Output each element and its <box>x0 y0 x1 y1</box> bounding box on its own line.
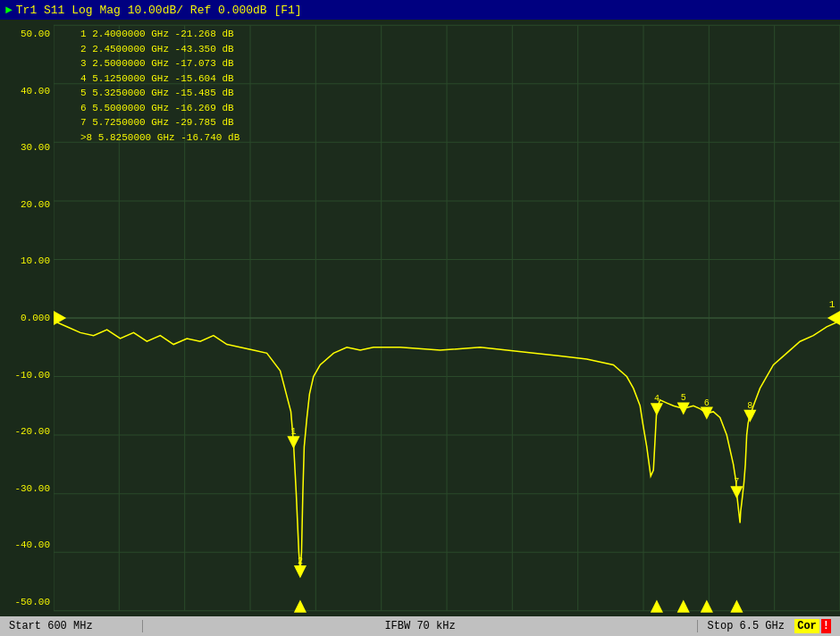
y-axis-label: -40.00 <box>0 540 50 550</box>
marker-row: 3 2.5000000 GHz -17.073 dB <box>80 56 239 71</box>
excl-badge: ! <box>821 619 831 633</box>
status-ifbw: IFBW 70 kHz <box>143 620 697 632</box>
y-axis-label: -10.00 <box>0 370 50 381</box>
marker-table: 1 2.4000000 GHz -21.268 dB 2 2.4500000 G… <box>80 27 239 145</box>
status-ifbw-label: IFBW 70 kHz <box>384 620 455 632</box>
y-axis-label: 0.000 <box>0 313 50 323</box>
chart-area: 50.0040.0030.0020.0010.000.000-10.00-20.… <box>0 20 840 616</box>
y-axis-label: 20.00 <box>0 199 50 210</box>
y-axis-label: 30.00 <box>0 142 50 153</box>
marker-row: 5 5.3250000 GHz -15.485 dB <box>80 86 239 101</box>
title-text: Tr1 S11 Log Mag 10.00dB/ Ref 0.000dB [F1… <box>16 4 302 17</box>
svg-text:6: 6 <box>704 398 710 408</box>
y-axis-label: -50.00 <box>0 597 50 607</box>
main-container: ► Tr1 S11 Log Mag 10.00dB/ Ref 0.000dB [… <box>0 0 840 636</box>
svg-text:8: 8 <box>747 401 752 411</box>
svg-text:1: 1 <box>290 427 296 437</box>
cor-badge: Cor <box>794 619 819 633</box>
y-axis-label: 50.00 <box>0 29 50 39</box>
y-axis-label: -30.00 <box>0 483 50 494</box>
marker-row: 7 5.7250000 GHz -29.785 dB <box>80 115 239 130</box>
svg-text:2: 2 <box>298 556 303 566</box>
plot-container: 1 2.4000000 GHz -21.268 dB 2 2.4500000 G… <box>54 20 840 616</box>
svg-text:4: 4 <box>654 394 659 404</box>
y-axis-label: 10.00 <box>0 255 50 266</box>
marker-row: 6 5.5000000 GHz -16.269 dB <box>80 101 239 116</box>
svg-text:7: 7 <box>734 477 739 487</box>
play-icon: ► <box>5 4 13 17</box>
marker-row: 1 2.4000000 GHz -21.268 dB <box>80 27 239 42</box>
status-start: Start 600 MHz <box>0 620 143 632</box>
y-axis-labels: 50.0040.0030.0020.0010.000.000-10.00-20.… <box>0 20 54 616</box>
status-start-label: Start 600 MHz <box>9 620 93 632</box>
marker-row: 2 2.4500000 GHz -43.350 dB <box>80 42 239 57</box>
y-axis-label: 40.00 <box>0 86 50 96</box>
y-axis-label: -20.00 <box>0 426 50 437</box>
svg-text:5: 5 <box>681 393 686 403</box>
status-bar: Start 600 MHz IFBW 70 kHz Stop 6.5 GHz C… <box>0 616 840 636</box>
svg-text:1: 1 <box>829 299 836 310</box>
marker-row: 4 5.1250000 GHz -15.604 dB <box>80 71 239 87</box>
status-stop-label: Stop 6.5 GHz <box>708 620 785 632</box>
title-bar: ► Tr1 S11 Log Mag 10.00dB/ Ref 0.000dB [… <box>0 0 840 20</box>
marker-row: >8 5.8250000 GHz -16.740 dB <box>80 130 239 146</box>
status-stop: Stop 6.5 GHz Cor! <box>697 620 840 632</box>
